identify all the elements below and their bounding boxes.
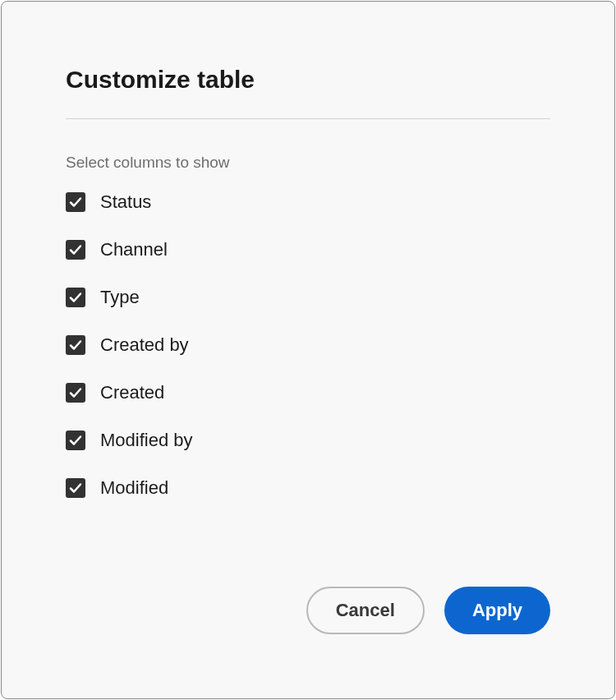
checkbox-row-type[interactable]: Type: [66, 287, 550, 308]
button-row: Cancel Apply: [306, 587, 550, 634]
checkbox-status[interactable]: [66, 192, 85, 212]
checkbox-type[interactable]: [66, 288, 85, 307]
customize-table-dialog: Customize table Select columns to show S…: [1, 1, 615, 699]
checkbox-label: Modified by: [100, 430, 193, 451]
checkbox-label: Created: [100, 382, 164, 403]
checkbox-created[interactable]: [66, 383, 85, 403]
checkbox-row-modified[interactable]: Modified: [66, 477, 550, 499]
cancel-button[interactable]: Cancel: [306, 587, 425, 634]
section-label: Select columns to show: [66, 154, 550, 172]
checkbox-list: Status Channel Type Created by Created: [66, 191, 550, 499]
apply-button[interactable]: Apply: [444, 587, 550, 634]
check-icon: [69, 243, 82, 256]
checkbox-label: Created by: [100, 334, 189, 356]
checkbox-created-by[interactable]: [66, 335, 85, 355]
checkbox-row-status[interactable]: Status: [66, 191, 550, 213]
checkbox-row-created-by[interactable]: Created by: [66, 334, 550, 356]
checkbox-row-channel[interactable]: Channel: [66, 239, 550, 260]
checkbox-label: Type: [100, 287, 140, 308]
check-icon: [69, 481, 82, 495]
checkbox-label: Channel: [100, 239, 168, 260]
checkbox-row-modified-by[interactable]: Modified by: [66, 430, 550, 451]
checkbox-modified[interactable]: [66, 478, 85, 498]
checkbox-label: Modified: [100, 477, 168, 499]
check-icon: [69, 386, 82, 399]
dialog-title: Customize table: [66, 66, 550, 94]
checkbox-modified-by[interactable]: [66, 431, 85, 450]
checkbox-channel[interactable]: [66, 240, 85, 260]
check-icon: [69, 291, 82, 304]
check-icon: [69, 338, 82, 352]
check-icon: [69, 196, 82, 209]
divider: [66, 118, 550, 119]
checkbox-label: Status: [100, 191, 151, 213]
checkbox-row-created[interactable]: Created: [66, 382, 550, 403]
check-icon: [69, 434, 82, 447]
